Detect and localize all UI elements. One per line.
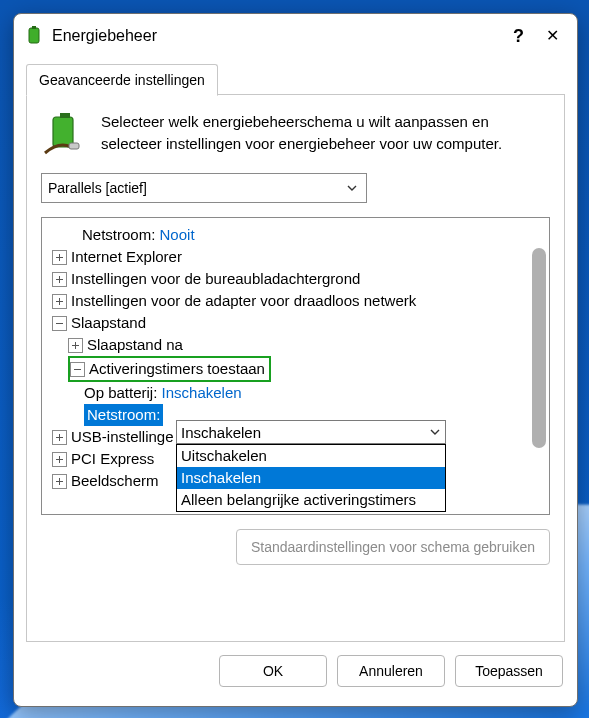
- dialog-footer: OK Annuleren Toepassen: [14, 642, 577, 706]
- dropdown-list: Uitschakelen Inschakelen Alleen belangri…: [176, 444, 446, 512]
- svg-rect-3: [60, 113, 70, 118]
- intro-text: Selecteer welk energiebeheerschema u wil…: [101, 111, 550, 155]
- tree-item-desktopbg[interactable]: Instellingen voor de bureaubladachtergro…: [44, 268, 545, 290]
- tree-item-wifi[interactable]: Instellingen voor de adapter voor draadl…: [44, 290, 545, 312]
- apply-button[interactable]: Toepassen: [455, 655, 563, 687]
- expand-icon[interactable]: [52, 474, 67, 489]
- dropdown-option-important[interactable]: Alleen belangrijke activeringstimers: [177, 489, 445, 511]
- collapse-icon[interactable]: [52, 316, 67, 331]
- on-ac-label: Netstroom:: [84, 404, 163, 426]
- tree-leaf-netstroom[interactable]: Netstroom: Nooit: [44, 224, 545, 246]
- intro: Selecteer welk energiebeheerschema u wil…: [41, 111, 550, 159]
- netstroom-value[interactable]: Nooit: [160, 224, 195, 246]
- dropdown-head[interactable]: Inschakelen: [176, 420, 446, 444]
- scheme-dropdown[interactable]: Parallels [actief]: [41, 173, 367, 203]
- expand-icon[interactable]: [52, 250, 67, 265]
- scheme-dropdown-value: Parallels [actief]: [48, 180, 147, 196]
- tree-item-ie[interactable]: Internet Explorer: [44, 246, 545, 268]
- dropdown-selected: Inschakelen: [181, 424, 261, 441]
- collapse-icon[interactable]: [70, 362, 85, 377]
- expand-icon[interactable]: [52, 272, 67, 287]
- chevron-down-icon: [429, 426, 441, 438]
- expand-icon[interactable]: [52, 452, 67, 467]
- on-battery-value[interactable]: Inschakelen: [162, 382, 242, 404]
- svg-rect-1: [32, 26, 36, 29]
- expand-icon[interactable]: [52, 294, 67, 309]
- on-ac-dropdown[interactable]: Inschakelen Uitschakelen Inschakelen All…: [176, 420, 446, 512]
- titlebar: Energiebeheer ? ✕: [14, 14, 577, 58]
- chevron-down-icon: [346, 182, 358, 194]
- ok-button[interactable]: OK: [219, 655, 327, 687]
- svg-rect-0: [29, 28, 39, 43]
- settings-tree[interactable]: Netstroom: Nooit Internet Explorer Inste…: [41, 217, 550, 515]
- highlight-box: Activeringstimers toestaan: [68, 356, 271, 382]
- dropdown-option-off[interactable]: Uitschakelen: [177, 445, 445, 467]
- battery-icon: [24, 25, 46, 47]
- tab-advanced[interactable]: Geavanceerde instellingen: [26, 64, 218, 96]
- tree-item-sleep[interactable]: Slaapstand: [44, 312, 545, 334]
- help-button[interactable]: ?: [513, 27, 524, 45]
- tabstrip: Geavanceerde instellingen: [26, 64, 565, 95]
- svg-rect-2: [53, 117, 73, 147]
- expand-icon[interactable]: [52, 430, 67, 445]
- dropdown-option-on[interactable]: Inschakelen: [177, 467, 445, 489]
- expand-icon[interactable]: [68, 338, 83, 353]
- tree-leaf-on-battery[interactable]: Op batterij: Inschakelen: [44, 382, 545, 404]
- restore-defaults-button[interactable]: Standaardinstellingen voor schema gebrui…: [236, 529, 550, 565]
- cancel-button[interactable]: Annuleren: [337, 655, 445, 687]
- window-title: Energiebeheer: [52, 27, 157, 45]
- tree-item-sleep-after[interactable]: Slaapstand na: [44, 334, 545, 356]
- battery-plug-icon: [41, 111, 89, 159]
- tree-item-wake-timers[interactable]: Activeringstimers toestaan: [44, 356, 545, 382]
- close-button[interactable]: ✕: [546, 28, 559, 44]
- scrollbar-thumb[interactable]: [532, 248, 546, 448]
- svg-rect-4: [69, 143, 79, 149]
- tab-content: Selecteer welk energiebeheerschema u wil…: [26, 95, 565, 642]
- power-options-dialog: Energiebeheer ? ✕ Geavanceerde instellin…: [13, 13, 578, 707]
